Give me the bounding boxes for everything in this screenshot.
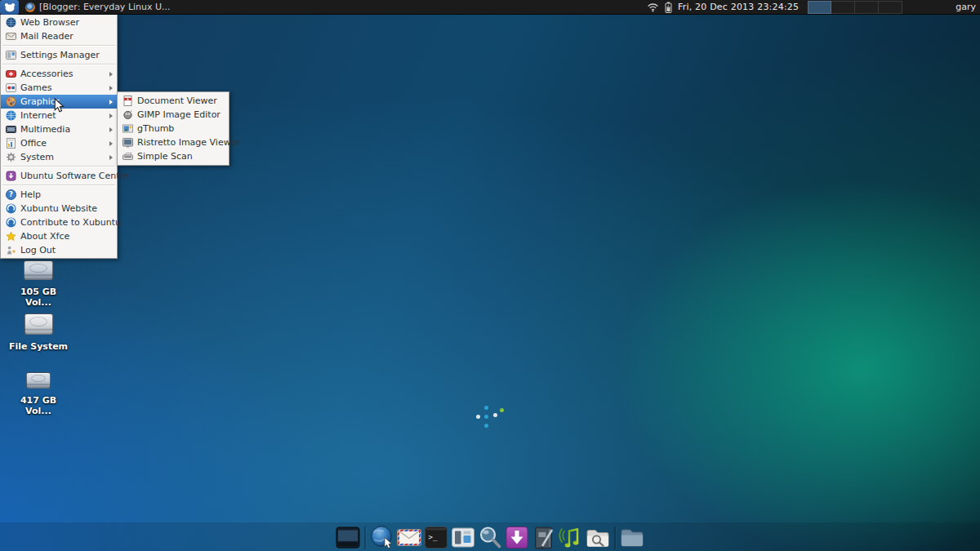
- submenu-arrow-icon: [109, 72, 113, 77]
- top-panel: [Blogger: Everyday Linux U... Fri, 20 De…: [0, 0, 980, 15]
- menu-item-help[interactable]: ? Help: [1, 188, 117, 202]
- mail-icon: [5, 31, 16, 42]
- desktop-icon-volume-417[interactable]: 417 GB Vol...: [7, 372, 70, 416]
- help-icon: ?: [5, 189, 16, 201]
- firefox-icon: [25, 2, 35, 12]
- window-title: [Blogger: Everyday Linux U...: [39, 2, 171, 12]
- notebook-pen-icon: [532, 525, 557, 550]
- terminal-icon: >_: [424, 525, 449, 550]
- menu-separator: [1, 43, 117, 48]
- office-icon: [5, 138, 16, 149]
- submenu-item-gthumb[interactable]: gThumb: [118, 122, 229, 136]
- clock[interactable]: Fri, 20 Dec 2013 23:24:25: [678, 2, 799, 12]
- battery-icon[interactable]: [665, 2, 672, 13]
- menu-item-contribute[interactable]: Contribute to Xubuntu: [1, 216, 117, 229]
- notes-launcher[interactable]: [532, 525, 557, 550]
- application-finder-launcher[interactable]: [478, 525, 503, 550]
- graphics-icon: [5, 96, 16, 108]
- ristretto-icon: [122, 137, 133, 149]
- menu-item-log-out[interactable]: Log Out: [1, 243, 117, 257]
- workspace-2[interactable]: [831, 1, 855, 14]
- show-desktop-button[interactable]: [336, 525, 361, 550]
- submenu-arrow-icon: [109, 100, 113, 104]
- menu-item-settings-manager[interactable]: Settings Manager: [1, 48, 117, 62]
- xfce-mouse-icon: [4, 2, 16, 12]
- xubuntu-logo-icon: [5, 217, 16, 229]
- games-icon: [5, 82, 16, 94]
- workspace-3[interactable]: [855, 1, 879, 14]
- settings-manager-icon: [451, 525, 476, 550]
- hard-drive-icon: [26, 372, 51, 389]
- file-manager-launcher[interactable]: [620, 525, 645, 550]
- submenu-arrow-icon: [109, 127, 113, 132]
- submenu-item-ristretto[interactable]: Ristretto Image Viewer: [118, 136, 229, 149]
- magnifier-icon: [478, 525, 503, 550]
- software-centre-launcher[interactable]: [505, 525, 530, 550]
- workspace-1[interactable]: [808, 1, 831, 14]
- menu-item-web-browser[interactable]: Web Browser: [1, 16, 117, 29]
- submenu-arrow-icon: [109, 86, 113, 91]
- menu-item-about-xfce[interactable]: About Xfce: [1, 229, 117, 243]
- menu-item-xubuntu-website[interactable]: Xubuntu Website: [1, 202, 117, 216]
- menu-item-system[interactable]: System: [1, 150, 117, 164]
- xubuntu-logo-icon: [5, 203, 16, 215]
- folder-search-icon: [586, 525, 611, 550]
- system-icon: [5, 152, 16, 163]
- music-player-launcher[interactable]: [559, 525, 584, 550]
- simple-scan-icon: [122, 151, 133, 162]
- dock: >_: [336, 525, 645, 550]
- folder-icon: [620, 525, 645, 550]
- submenu-item-simple-scan[interactable]: Simple Scan: [118, 149, 229, 163]
- menu-item-games[interactable]: Games: [1, 81, 117, 95]
- workspace-switcher: [808, 1, 902, 14]
- applications-menu: Web Browser Mail Reader Settings Manager…: [0, 15, 118, 259]
- terminal-launcher[interactable]: >_: [424, 525, 449, 550]
- desktop-icon-volume-105[interactable]: 105 GB Vol...: [7, 260, 70, 308]
- submenu-arrow-icon: [109, 113, 113, 118]
- menu-separator: [1, 164, 117, 169]
- star-icon: [5, 231, 16, 242]
- internet-icon: [5, 110, 16, 122]
- menu-item-office[interactable]: Office: [1, 136, 117, 150]
- file-search-launcher[interactable]: [586, 525, 611, 550]
- desktop-icon-file-system[interactable]: File System: [7, 313, 70, 352]
- menu-separator: [1, 62, 117, 67]
- hard-drive-icon: [24, 260, 53, 280]
- submenu-arrow-icon: [109, 141, 113, 146]
- submenu-arrow-icon: [109, 155, 113, 160]
- log-out-icon: [5, 245, 16, 256]
- software-centre-icon: [5, 171, 16, 182]
- graphics-submenu: Document Viewer GIMP Image Editor gThumb…: [117, 91, 229, 166]
- svg-text:>_: >_: [429, 533, 438, 541]
- software-centre-icon: [505, 525, 530, 550]
- settings-manager-launcher[interactable]: [451, 525, 476, 550]
- submenu-item-gimp[interactable]: GIMP Image Editor: [118, 108, 229, 122]
- dock-separator: [615, 527, 616, 549]
- mail-launcher[interactable]: [397, 525, 422, 550]
- menu-item-multimedia[interactable]: Multimedia: [1, 122, 117, 136]
- svg-text:?: ?: [9, 190, 13, 198]
- web-browser-icon: [5, 17, 16, 29]
- gthumb-icon: [122, 123, 133, 135]
- desktop: [Blogger: Everyday Linux U... Fri, 20 De…: [0, 0, 980, 551]
- web-browser-launcher[interactable]: [370, 525, 395, 550]
- settings-manager-icon: [5, 50, 16, 61]
- menu-item-accessories[interactable]: Accessories: [1, 67, 117, 81]
- wifi-icon[interactable]: [647, 2, 659, 12]
- dock-separator: [365, 527, 366, 549]
- menu-item-ubuntu-software-centre[interactable]: Ubuntu Software Centre: [1, 169, 117, 183]
- session-username[interactable]: gary: [956, 2, 976, 12]
- accessories-icon: [5, 69, 16, 80]
- submenu-item-document-viewer[interactable]: Document Viewer: [118, 94, 229, 108]
- menu-separator: [1, 183, 117, 188]
- web-browser-globe-icon: [370, 525, 395, 550]
- mail-envelope-icon: [397, 525, 422, 550]
- menu-item-mail-reader[interactable]: Mail Reader: [1, 29, 117, 43]
- music-note-icon: [559, 525, 584, 550]
- multimedia-icon: [5, 124, 16, 136]
- workspace-4[interactable]: [879, 1, 902, 14]
- mouse-cursor: [54, 98, 65, 113]
- taskbar-window-button[interactable]: [Blogger: Everyday Linux U...: [25, 2, 171, 12]
- applications-menu-button[interactable]: [0, 0, 19, 15]
- gimp-icon: [122, 109, 133, 121]
